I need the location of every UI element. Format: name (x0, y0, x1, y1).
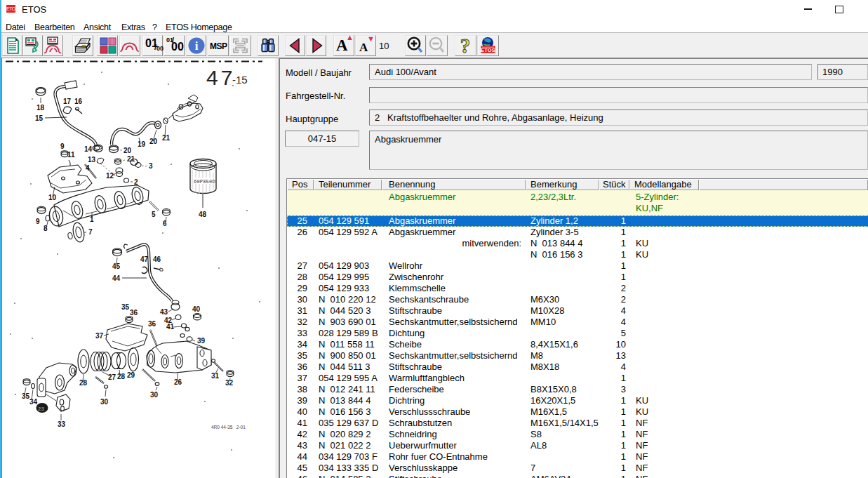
svg-text:35: 35 (22, 392, 30, 400)
svg-text:47: 47 (206, 66, 235, 89)
svg-text:4: 4 (86, 164, 90, 172)
svg-text:37: 37 (95, 332, 104, 340)
svg-text:43: 43 (160, 308, 168, 316)
svg-text:?: ? (460, 36, 471, 55)
svg-text:8: 8 (44, 225, 48, 232)
svg-text:28: 28 (117, 373, 126, 380)
svg-text:21: 21 (162, 134, 171, 142)
svg-text:36: 36 (130, 309, 138, 317)
svg-text:18: 18 (36, 104, 45, 112)
svg-text:17: 17 (63, 98, 72, 105)
svg-text:48: 48 (199, 211, 207, 218)
svg-text:32: 32 (225, 379, 234, 387)
svg-text:44: 44 (112, 274, 121, 282)
svg-text:2: 2 (134, 178, 138, 186)
svg-text:10: 10 (48, 194, 57, 201)
svg-text:28: 28 (79, 379, 88, 387)
svg-text:11: 11 (67, 151, 75, 159)
svg-text:27: 27 (108, 373, 116, 381)
svg-text:20: 20 (123, 147, 132, 154)
svg-text:23: 23 (38, 406, 44, 412)
svg-text:4R0 44-35 2-01: 4R0 44-35 2-01 (211, 425, 246, 430)
svg-text:26: 26 (174, 378, 182, 386)
svg-text:47: 47 (140, 255, 149, 263)
svg-text:5: 5 (152, 211, 156, 218)
svg-text:33: 33 (58, 420, 66, 428)
svg-text:19: 19 (138, 140, 146, 148)
svg-text:40: 40 (192, 305, 201, 313)
svg-text:34: 34 (29, 398, 38, 406)
svg-text:7: 7 (88, 228, 93, 236)
svg-text:46: 46 (153, 255, 161, 263)
svg-text:i: i (195, 39, 199, 53)
svg-text:9: 9 (36, 218, 40, 225)
svg-text:14: 14 (84, 145, 93, 153)
svg-text:60P850D: 60P850D (194, 179, 215, 185)
svg-text:6: 6 (163, 220, 167, 227)
svg-text:41: 41 (166, 323, 175, 331)
svg-text:ETOS: ETOS (481, 47, 495, 53)
svg-text:12: 12 (106, 172, 114, 180)
svg-text:3: 3 (149, 162, 153, 170)
svg-text:35: 35 (121, 303, 130, 311)
svg-text:-15: -15 (232, 74, 248, 86)
svg-text:39: 39 (197, 337, 206, 345)
svg-text:30: 30 (100, 398, 109, 406)
svg-text:13: 13 (88, 156, 96, 164)
svg-text:29: 29 (127, 371, 135, 379)
svg-text:30: 30 (150, 391, 159, 399)
svg-text:36: 36 (148, 320, 156, 328)
svg-text:16: 16 (74, 98, 83, 105)
svg-text:9: 9 (60, 142, 65, 150)
svg-text:15: 15 (35, 114, 44, 122)
